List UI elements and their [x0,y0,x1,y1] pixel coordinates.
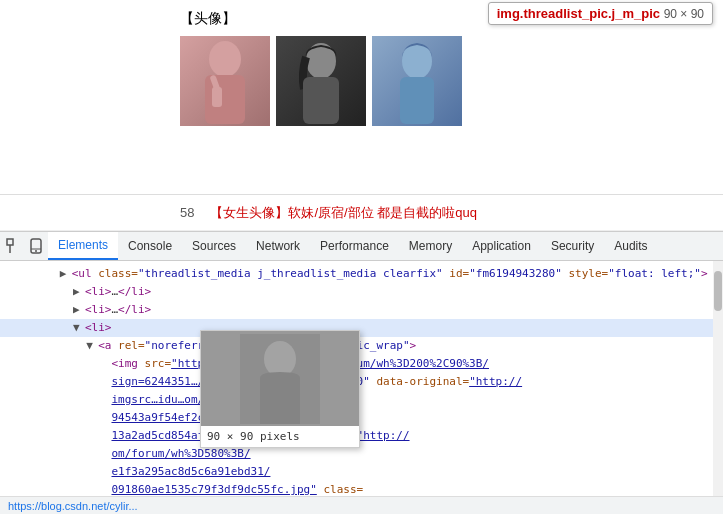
post-row: 58 【女生头像】软妹/原宿/部位 都是自截的啦quq [0,195,723,231]
post-title[interactable]: 【女生头像】软妹/原宿/部位 都是自截的啦quq [210,204,477,222]
tab-audits[interactable]: Audits [604,232,657,260]
code-line: <img src="http://imgsrc.baidu.com/forum/… [0,355,723,373]
webpage-content: 【头像】 [0,0,723,195]
code-line: sign=6244351…/f982d14…jpg" attr="31460" … [0,373,723,391]
code-line: imgsrc…idu…om/forum/wh%3D200%2C90%3B/ [0,391,723,409]
inspect-icon[interactable] [4,236,24,256]
scrollbar[interactable] [713,261,723,508]
tab-performance[interactable]: Performance [310,232,399,260]
tab-console[interactable]: Console [118,232,182,260]
expand-arrow[interactable]: ▶ [73,302,85,318]
tab-elements[interactable]: Elements [48,232,118,260]
tab-sources[interactable]: Sources [182,232,246,260]
tab-application[interactable]: Application [462,232,541,260]
preview-image [201,331,359,426]
code-line: ▼ <a rel="noreferrer" class="thumbnail v… [0,337,723,355]
preview-dimensions: 90 × 90 pixels [201,426,359,447]
tab-network[interactable]: Network [246,232,310,260]
svg-rect-5 [303,77,339,124]
tooltip-selector: img.threadlist_pic.j_m_pic [497,6,660,21]
svg-rect-7 [400,77,434,124]
expand-arrow[interactable]: ▼ [73,320,85,336]
scroll-thumb[interactable] [714,271,722,311]
code-line: ▶ <li>…</li> [0,283,723,301]
code-line: ▶ <ul class="threadlist_media j_threadli… [0,265,723,283]
thumbnail-1[interactable] [180,36,270,126]
code-line: om/forum/wh%3D580%3B/ [0,445,723,463]
image-row [180,36,723,126]
tab-security[interactable]: Security [541,232,604,260]
code-line: e1f3a295ac8d5c6a91ebd31/ [0,463,723,481]
thumbnail-3[interactable] [372,36,462,126]
svg-rect-1 [205,75,245,124]
page-url: https://blog.csdn.net/cylir... [8,500,138,512]
devtools-code-area: ▶ <ul class="threadlist_media j_threadli… [0,261,723,508]
element-tooltip: img.threadlist_pic.j_m_pic 90 × 90 [488,2,713,25]
code-line: 13a2ad5cd854afa40f4afb058b.jpg" bpic="ht… [0,427,723,445]
image-preview-popup: 90 × 90 pixels [200,330,360,448]
expand-arrow[interactable]: ▶ [60,266,72,282]
svg-point-12 [35,250,37,252]
expand-arrow[interactable]: ▼ [86,338,98,354]
svg-point-0 [209,41,241,77]
tab-memory[interactable]: Memory [399,232,462,260]
post-number: 58 [180,205,194,220]
code-line: 94543a9f54ef2ce2e27a6bb/ [0,409,723,427]
thumbnail-2[interactable] [276,36,366,126]
devtools-tab-bar: Elements Console Sources Network Perform… [0,231,723,261]
code-line: ▶ <li>…</li> [0,301,723,319]
tooltip-size: 90 × 90 [664,7,704,21]
svg-rect-8 [7,239,13,245]
expand-arrow[interactable]: ▶ [73,284,85,300]
status-bar: https://blog.csdn.net/cylir... [0,496,723,514]
device-icon[interactable] [26,236,46,256]
svg-point-14 [264,341,296,377]
code-line: ▼ <li> [0,319,723,337]
